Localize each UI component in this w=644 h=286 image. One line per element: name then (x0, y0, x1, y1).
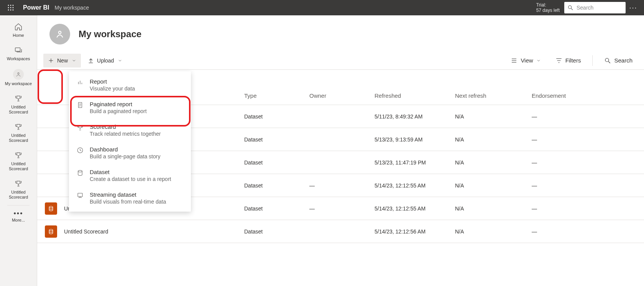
row-name: Untitled Scorecard (64, 228, 108, 235)
row-owner: — (309, 205, 375, 212)
brand-label[interactable]: Power BI (23, 4, 49, 11)
menu-item-icon (76, 147, 84, 154)
new-menu-item-dashboard[interactable]: Dashboard Build a single-page data story (69, 141, 191, 164)
row-next-refresh: N/A (455, 228, 532, 235)
menu-item-title: Dashboard (90, 146, 160, 153)
topbar: Power BI My workspace Trial: 57 days lef… (0, 0, 644, 15)
row-refreshed: 5/11/23, 8:49:32 AM (375, 113, 455, 120)
chevron-down-icon (118, 58, 122, 63)
view-button[interactable]: View (511, 57, 544, 64)
app-launcher-icon[interactable] (3, 0, 18, 15)
toolbar-divider (592, 55, 593, 66)
row-refreshed: 5/14/23, 12:12:55 AM (375, 182, 455, 189)
global-search-placeholder: Search (577, 5, 593, 11)
nav-home[interactable]: Home (0, 18, 37, 42)
svg-point-21 (49, 229, 53, 231)
trophy-icon (14, 179, 23, 188)
global-search-input[interactable]: Search (564, 2, 626, 13)
row-endorsement: — (532, 205, 608, 212)
row-type: Dataset (244, 136, 309, 143)
row-type: Dataset (244, 228, 309, 235)
svg-point-14 (605, 58, 609, 62)
svg-point-6 (8, 10, 9, 11)
chevron-down-icon (536, 58, 541, 63)
trophy-icon (14, 94, 23, 103)
menu-item-icon (76, 192, 84, 199)
nav-my-workspace[interactable]: My workspace (0, 65, 37, 90)
nav-more-label: More... (12, 218, 25, 223)
trial-line2: 57 days left (536, 8, 560, 13)
new-button[interactable]: New (43, 54, 81, 67)
trophy-icon (14, 122, 23, 131)
search-button[interactable]: Search (604, 57, 632, 64)
topbar-overflow-button[interactable]: ··· (626, 4, 641, 12)
menu-item-icon (76, 102, 84, 108)
row-next-refresh: N/A (455, 136, 532, 143)
row-type: Dataset (244, 182, 309, 189)
svg-point-12 (18, 72, 19, 74)
nav-more[interactable]: ••• More... (0, 207, 37, 227)
menu-item-subtitle: Build a single-page data story (90, 153, 160, 159)
col-next-refresh[interactable]: Next refresh (455, 92, 532, 99)
breadcrumb[interactable]: My workspace (54, 5, 89, 11)
nav-my-workspace-label: My workspace (5, 81, 32, 86)
new-menu-item-paginated-report[interactable]: Paginated report Build a paginated repor… (69, 96, 191, 119)
new-dropdown: Report Visualize your data Paginated rep… (69, 71, 191, 212)
workspaces-icon (14, 46, 23, 55)
new-menu-item-streaming-dataset[interactable]: Streaming dataset Build visuals from rea… (69, 187, 191, 209)
menu-item-title: Paginated report (90, 101, 147, 107)
upload-button[interactable]: Upload (83, 54, 127, 67)
nav-scorecard-4[interactable]: Untitled Scorecard (0, 175, 37, 204)
filters-button[interactable]: Filters (555, 57, 581, 64)
trophy-icon (14, 151, 23, 160)
col-endorsement[interactable]: Endorsement (532, 92, 608, 99)
menu-item-title: Dataset (90, 169, 171, 175)
row-endorsement: — (532, 113, 608, 120)
svg-point-4 (10, 7, 12, 8)
nav-workspaces-label: Workspaces (7, 56, 30, 61)
upload-icon (88, 58, 94, 64)
svg-point-1 (10, 5, 12, 6)
svg-point-8 (13, 10, 14, 11)
row-next-refresh: N/A (455, 205, 532, 212)
nav-home-label: Home (13, 33, 24, 38)
menu-item-title: Report (90, 78, 135, 85)
row-owner: — (309, 182, 375, 189)
row-type: Dataset (244, 205, 309, 212)
menu-item-subtitle: Track related metrics together (90, 131, 161, 137)
dataset-icon (45, 202, 57, 215)
nav-scorecard-1[interactable]: Untitled Scorecard (0, 90, 37, 118)
nav-workspaces[interactable]: Workspaces (0, 42, 37, 65)
svg-point-24 (78, 170, 82, 172)
row-endorsement: — (532, 182, 608, 189)
workspace-title: My workspace (79, 29, 141, 39)
workspace-header: My workspace (37, 15, 644, 51)
svg-line-15 (609, 61, 611, 63)
nav-scorecard-3[interactable]: Untitled Scorecard (0, 147, 37, 175)
left-nav: Home Workspaces My workspace Untitled Sc… (0, 15, 37, 286)
svg-point-0 (8, 5, 9, 6)
col-owner[interactable]: Owner (309, 92, 375, 99)
home-icon (14, 22, 23, 31)
new-menu-item-report[interactable]: Report Visualize your data (69, 74, 191, 96)
col-type[interactable]: Type (244, 92, 309, 99)
svg-rect-11 (15, 48, 20, 51)
search-button-label: Search (614, 57, 632, 64)
row-refreshed: 5/14/23, 12:12:55 AM (375, 205, 455, 212)
workspace-avatar (49, 24, 70, 44)
new-menu-item-scorecard[interactable]: Scorecard Track related metrics together (69, 119, 191, 141)
plus-icon (48, 58, 54, 64)
table-row[interactable]: Untitled Scorecard Dataset 5/14/23, 12:1… (37, 220, 644, 243)
menu-item-icon (76, 169, 84, 176)
new-menu-item-dataset[interactable]: Dataset Create a dataset to use in a rep… (69, 164, 191, 187)
svg-point-5 (13, 7, 14, 8)
filter-icon (555, 57, 562, 64)
row-refreshed: 5/13/23, 11:47:19 PM (375, 159, 455, 166)
row-endorsement: — (532, 136, 608, 143)
nav-scorecard-4-label: Untitled Scorecard (2, 190, 35, 200)
svg-point-3 (8, 7, 9, 8)
trial-badge[interactable]: Trial: 57 days left (536, 2, 560, 13)
view-button-label: View (521, 57, 533, 64)
nav-scorecard-2[interactable]: Untitled Scorecard (0, 118, 37, 147)
col-refreshed[interactable]: Refreshed (375, 92, 455, 99)
